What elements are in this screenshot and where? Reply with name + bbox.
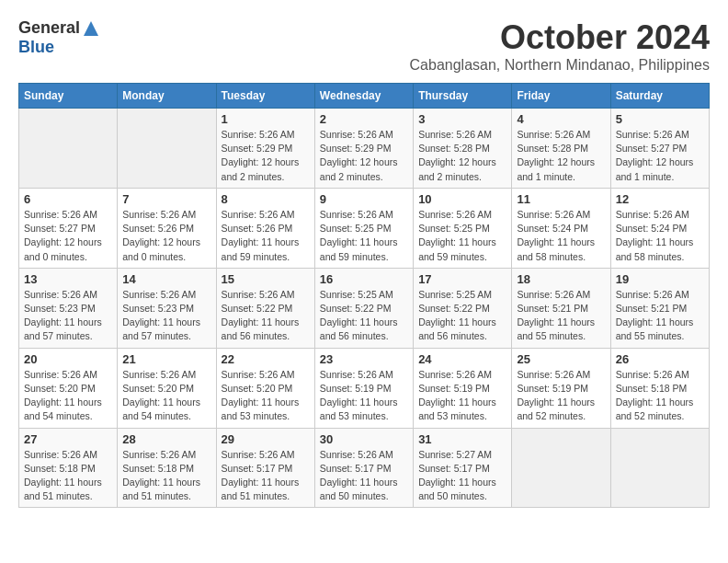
day-number: 9	[320, 192, 408, 206]
day-number: 31	[418, 432, 506, 446]
header-wednesday: Wednesday	[314, 84, 413, 109]
table-cell: 21Sunrise: 5:26 AM Sunset: 5:20 PM Dayli…	[118, 348, 216, 428]
table-cell: 16Sunrise: 5:25 AM Sunset: 5:22 PM Dayli…	[314, 268, 413, 348]
day-number: 6	[24, 192, 112, 206]
header-monday: Monday	[118, 84, 216, 109]
table-cell: 8Sunrise: 5:26 AM Sunset: 5:26 PM Daylig…	[216, 188, 314, 268]
location-subtitle: Cabanglasan, Northern Mindanao, Philippi…	[410, 57, 710, 74]
logo-icon	[82, 19, 100, 38]
calendar-header-row: SundayMondayTuesdayWednesdayThursdayFrid…	[19, 84, 710, 109]
table-cell: 11Sunrise: 5:26 AM Sunset: 5:24 PM Dayli…	[512, 188, 610, 268]
day-number: 27	[24, 432, 112, 446]
day-info: Sunrise: 5:26 AM Sunset: 5:26 PM Dayligh…	[122, 208, 210, 264]
day-number: 23	[320, 352, 408, 366]
week-row-5: 27Sunrise: 5:26 AM Sunset: 5:18 PM Dayli…	[19, 428, 710, 508]
table-cell: 28Sunrise: 5:26 AM Sunset: 5:18 PM Dayli…	[118, 428, 216, 508]
day-info: Sunrise: 5:26 AM Sunset: 5:17 PM Dayligh…	[222, 448, 310, 504]
day-info: Sunrise: 5:26 AM Sunset: 5:27 PM Dayligh…	[24, 208, 112, 264]
table-cell: 1Sunrise: 5:26 AM Sunset: 5:29 PM Daylig…	[216, 109, 314, 189]
day-info: Sunrise: 5:26 AM Sunset: 5:28 PM Dayligh…	[418, 128, 506, 184]
week-row-3: 13Sunrise: 5:26 AM Sunset: 5:23 PM Dayli…	[19, 268, 710, 348]
table-cell: 9Sunrise: 5:26 AM Sunset: 5:25 PM Daylig…	[314, 188, 413, 268]
svg-marker-0	[84, 21, 98, 36]
table-cell: 6Sunrise: 5:26 AM Sunset: 5:27 PM Daylig…	[19, 188, 118, 268]
day-number: 22	[222, 352, 310, 366]
day-number: 4	[517, 112, 605, 126]
table-cell: 26Sunrise: 5:26 AM Sunset: 5:18 PM Dayli…	[610, 348, 709, 428]
day-number: 28	[122, 432, 210, 446]
day-info: Sunrise: 5:26 AM Sunset: 5:29 PM Dayligh…	[320, 128, 408, 184]
day-number: 3	[418, 112, 506, 126]
calendar-table: SundayMondayTuesdayWednesdayThursdayFrid…	[18, 83, 710, 508]
day-info: Sunrise: 5:26 AM Sunset: 5:27 PM Dayligh…	[616, 128, 704, 184]
page-header: General Blue October 2024 Cabanglasan, N…	[18, 18, 710, 74]
day-number: 10	[418, 192, 506, 206]
day-number: 13	[24, 272, 112, 286]
day-info: Sunrise: 5:26 AM Sunset: 5:22 PM Dayligh…	[222, 288, 310, 344]
logo-general-text: General	[18, 18, 80, 38]
table-cell	[610, 428, 709, 508]
day-info: Sunrise: 5:26 AM Sunset: 5:21 PM Dayligh…	[517, 288, 605, 344]
week-row-1: 1Sunrise: 5:26 AM Sunset: 5:29 PM Daylig…	[19, 109, 710, 189]
day-number: 19	[616, 272, 704, 286]
header-thursday: Thursday	[414, 84, 512, 109]
day-number: 17	[418, 272, 506, 286]
table-cell: 5Sunrise: 5:26 AM Sunset: 5:27 PM Daylig…	[610, 109, 709, 189]
day-number: 7	[122, 192, 210, 206]
day-info: Sunrise: 5:26 AM Sunset: 5:24 PM Dayligh…	[517, 208, 605, 264]
day-number: 8	[222, 192, 310, 206]
table-cell: 3Sunrise: 5:26 AM Sunset: 5:28 PM Daylig…	[414, 109, 512, 189]
header-friday: Friday	[512, 84, 610, 109]
day-number: 26	[616, 352, 704, 366]
table-cell: 23Sunrise: 5:26 AM Sunset: 5:19 PM Dayli…	[314, 348, 413, 428]
day-info: Sunrise: 5:26 AM Sunset: 5:17 PM Dayligh…	[320, 448, 408, 504]
header-sunday: Sunday	[19, 84, 118, 109]
day-info: Sunrise: 5:26 AM Sunset: 5:25 PM Dayligh…	[320, 208, 408, 264]
day-number: 25	[517, 352, 605, 366]
table-cell: 15Sunrise: 5:26 AM Sunset: 5:22 PM Dayli…	[216, 268, 314, 348]
table-cell: 25Sunrise: 5:26 AM Sunset: 5:19 PM Dayli…	[512, 348, 610, 428]
table-cell: 24Sunrise: 5:26 AM Sunset: 5:19 PM Dayli…	[414, 348, 512, 428]
day-info: Sunrise: 5:26 AM Sunset: 5:18 PM Dayligh…	[24, 448, 112, 504]
day-info: Sunrise: 5:26 AM Sunset: 5:26 PM Dayligh…	[222, 208, 310, 264]
table-cell: 7Sunrise: 5:26 AM Sunset: 5:26 PM Daylig…	[118, 188, 216, 268]
week-row-4: 20Sunrise: 5:26 AM Sunset: 5:20 PM Dayli…	[19, 348, 710, 428]
table-cell: 27Sunrise: 5:26 AM Sunset: 5:18 PM Dayli…	[19, 428, 118, 508]
day-number: 15	[222, 272, 310, 286]
table-cell: 31Sunrise: 5:27 AM Sunset: 5:17 PM Dayli…	[414, 428, 512, 508]
day-info: Sunrise: 5:26 AM Sunset: 5:19 PM Dayligh…	[517, 368, 605, 424]
logo: General Blue	[18, 18, 100, 57]
table-cell: 29Sunrise: 5:26 AM Sunset: 5:17 PM Dayli…	[216, 428, 314, 508]
table-cell: 17Sunrise: 5:25 AM Sunset: 5:22 PM Dayli…	[414, 268, 512, 348]
header-saturday: Saturday	[610, 84, 709, 109]
table-cell: 22Sunrise: 5:26 AM Sunset: 5:20 PM Dayli…	[216, 348, 314, 428]
day-info: Sunrise: 5:26 AM Sunset: 5:20 PM Dayligh…	[122, 368, 210, 424]
day-number: 1	[222, 112, 310, 126]
day-number: 18	[517, 272, 605, 286]
day-number: 11	[517, 192, 605, 206]
day-number: 29	[222, 432, 310, 446]
table-cell: 18Sunrise: 5:26 AM Sunset: 5:21 PM Dayli…	[512, 268, 610, 348]
day-number: 20	[24, 352, 112, 366]
day-info: Sunrise: 5:26 AM Sunset: 5:20 PM Dayligh…	[222, 368, 310, 424]
day-info: Sunrise: 5:26 AM Sunset: 5:18 PM Dayligh…	[616, 368, 704, 424]
table-cell	[19, 109, 118, 189]
table-cell: 4Sunrise: 5:26 AM Sunset: 5:28 PM Daylig…	[512, 109, 610, 189]
table-cell: 10Sunrise: 5:26 AM Sunset: 5:25 PM Dayli…	[414, 188, 512, 268]
day-number: 2	[320, 112, 408, 126]
table-cell: 12Sunrise: 5:26 AM Sunset: 5:24 PM Dayli…	[610, 188, 709, 268]
table-cell: 2Sunrise: 5:26 AM Sunset: 5:29 PM Daylig…	[314, 109, 413, 189]
table-cell: 14Sunrise: 5:26 AM Sunset: 5:23 PM Dayli…	[118, 268, 216, 348]
day-number: 14	[122, 272, 210, 286]
day-number: 5	[616, 112, 704, 126]
header-tuesday: Tuesday	[216, 84, 314, 109]
day-number: 12	[616, 192, 704, 206]
logo-blue-text: Blue	[18, 38, 54, 57]
day-info: Sunrise: 5:26 AM Sunset: 5:29 PM Dayligh…	[222, 128, 310, 184]
title-section: October 2024 Cabanglasan, Northern Minda…	[410, 18, 710, 74]
day-number: 24	[418, 352, 506, 366]
day-info: Sunrise: 5:26 AM Sunset: 5:24 PM Dayligh…	[616, 208, 704, 264]
day-info: Sunrise: 5:27 AM Sunset: 5:17 PM Dayligh…	[418, 448, 506, 504]
day-info: Sunrise: 5:26 AM Sunset: 5:23 PM Dayligh…	[122, 288, 210, 344]
table-cell	[512, 428, 610, 508]
